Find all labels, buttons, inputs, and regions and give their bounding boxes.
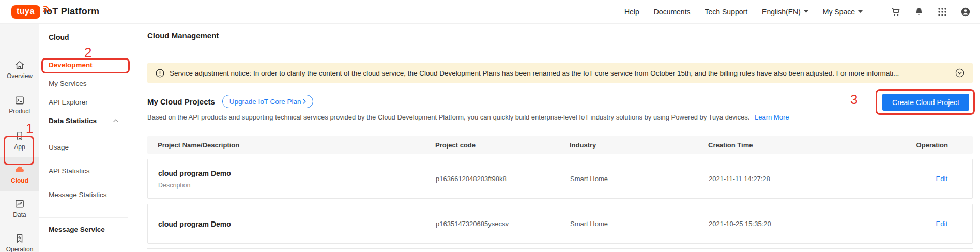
submenu-item-development[interactable]: Development: [39, 55, 128, 74]
info-circle-icon: [156, 69, 164, 78]
nav-tech-support[interactable]: Tech Support: [705, 8, 748, 16]
cloud-icon: [14, 165, 25, 175]
service-notice-banner: Service adjustment notice: In order to c…: [147, 63, 973, 83]
tuya-logo-badge: tuya: [11, 5, 40, 19]
tuya-logo[interactable]: tuya IoT Platform: [11, 5, 99, 19]
sidebar-label: Product: [0, 108, 39, 115]
chart-icon: [14, 199, 25, 209]
app-window: tuya IoT Platform Help Documents Tech Su…: [0, 0, 980, 252]
table-row[interactable]: cloud program Demo Description p16366120…: [147, 159, 973, 199]
project-name: cloud program Demo: [158, 220, 425, 228]
sidebar-item-operation[interactable]: Operation: [0, 233, 39, 252]
sidebar-item-overview[interactable]: Overview: [0, 60, 39, 80]
phone-icon: [14, 131, 25, 141]
table-row[interactable]: cloud program Demo p1635147320685ysecsv …: [147, 204, 973, 244]
projects-table: Project Name/Description Project code In…: [147, 136, 973, 249]
sidebar-label: Overview: [0, 72, 39, 80]
terminal-icon: [14, 95, 25, 106]
chevron-right-icon: [303, 99, 306, 104]
sidebar-item-cloud[interactable]: Cloud: [0, 165, 39, 184]
header-nav: Help Documents Tech Support English(EN) …: [624, 7, 971, 17]
submenu-title: Cloud: [39, 32, 128, 42]
apps-grid-icon[interactable]: [937, 7, 947, 17]
project-creation-time: 2021-10-25 15:35:20: [698, 220, 869, 228]
col-creation-time: Creation Time: [698, 141, 869, 149]
col-industry: Industry: [559, 141, 698, 149]
project-industry: Smart Home: [560, 220, 698, 228]
sidebar-label: Data: [0, 211, 39, 218]
project-code: p1635147320685ysecsv: [425, 220, 560, 228]
sidebar-label: Operation: [0, 246, 39, 252]
projects-description-row: Based on the API products and supporting…: [147, 113, 973, 121]
left-icon-rail: Overview Product App Cloud Data Operatio…: [0, 24, 39, 252]
logo-signal-icon: [42, 5, 51, 13]
bell-icon[interactable]: [914, 7, 924, 17]
top-header: tuya IoT Platform Help Documents Tech Su…: [0, 0, 980, 24]
page-title: Cloud Management: [147, 31, 219, 40]
caret-down-icon: [804, 10, 808, 13]
my-space-label: My Space: [823, 8, 855, 16]
chevron-up-icon: [113, 119, 118, 122]
table-row-partial: [147, 248, 973, 249]
sidebar-item-app[interactable]: App: [0, 131, 39, 151]
project-code: p1636612048203ft98k8: [425, 175, 560, 183]
caret-down-icon: [858, 10, 863, 13]
platform-title: IoT Platform: [44, 6, 99, 17]
submenu-item-api-explorer[interactable]: API Explorer: [39, 93, 128, 111]
project-description: Description: [158, 182, 425, 189]
submenu-divider: [39, 48, 128, 48]
submenu-group-message-service[interactable]: Message Service: [39, 218, 128, 241]
col-operation: Operation: [869, 141, 973, 149]
sidebar-label: Cloud: [0, 177, 39, 184]
nav-help[interactable]: Help: [624, 8, 639, 16]
table-header-row: Project Name/Description Project code In…: [147, 136, 973, 154]
cloud-submenu: Cloud Development My Services API Explor…: [39, 24, 128, 252]
submenu-item-usage[interactable]: Usage: [39, 135, 128, 159]
upgrade-iot-core-plan-button[interactable]: Upgrade IoT Core Plan: [222, 95, 314, 108]
project-industry: Smart Home: [560, 175, 698, 183]
header-icon-group: [891, 7, 971, 17]
language-dropdown[interactable]: English(EN): [762, 8, 808, 16]
submenu-item-api-statistics[interactable]: API Statistics: [39, 159, 128, 183]
bookmark-star-icon: [14, 233, 25, 244]
projects-header: My Cloud Projects Upgrade IoT Core Plan: [147, 94, 973, 109]
projects-description: Based on the API products and supporting…: [147, 113, 749, 121]
sidebar-item-data[interactable]: Data: [0, 199, 39, 218]
edit-link[interactable]: Edit: [936, 220, 947, 228]
learn-more-link[interactable]: Learn More: [755, 113, 789, 121]
page-title-bar: Cloud Management: [128, 24, 980, 47]
project-name: cloud program Demo: [158, 169, 425, 177]
edit-link[interactable]: Edit: [936, 175, 947, 183]
col-project-code: Project code: [425, 141, 559, 149]
notice-text: Service adjustment notice: In order to c…: [170, 69, 899, 77]
submenu-item-my-services[interactable]: My Services: [39, 74, 128, 93]
chevron-down-circle-icon[interactable]: [955, 68, 964, 78]
main-content: Cloud Management Service adjustment noti…: [128, 24, 980, 252]
section-title: My Cloud Projects: [147, 97, 215, 106]
submenu-group-data-statistics[interactable]: Data Statistics: [39, 111, 128, 130]
my-space-dropdown[interactable]: My Space: [823, 8, 863, 16]
sidebar-label: App: [0, 143, 39, 151]
project-creation-time: 2021-11-11 14:27:28: [698, 175, 869, 183]
col-project-name: Project Name/Description: [147, 141, 425, 149]
language-label: English(EN): [762, 8, 801, 16]
submenu-item-message-statistics[interactable]: Message Statistics: [39, 183, 128, 206]
nav-documents[interactable]: Documents: [654, 8, 691, 16]
home-icon: [14, 60, 25, 70]
sidebar-item-product[interactable]: Product: [0, 95, 39, 115]
submenu-list: Development My Services API Explorer Dat…: [39, 55, 128, 241]
cart-icon[interactable]: [891, 7, 901, 17]
create-cloud-project-button[interactable]: Create Cloud Project: [882, 94, 969, 111]
account-icon[interactable]: [960, 7, 971, 17]
